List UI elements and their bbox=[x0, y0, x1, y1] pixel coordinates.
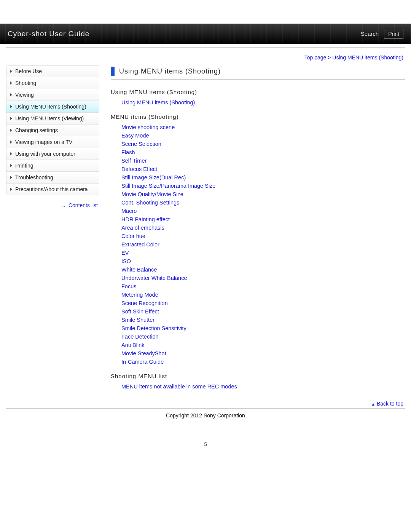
content-link[interactable]: Easy Mode bbox=[121, 133, 149, 139]
sidebar-item[interactable]: Before Use bbox=[6, 66, 99, 77]
section-heading: MENU items (Shooting) bbox=[111, 113, 405, 120]
list-item: Still Image Size(Dual Rec) bbox=[121, 173, 405, 182]
link-list: Movie shooting sceneEasy ModeScene Selec… bbox=[111, 123, 405, 366]
list-item: Smile Shutter bbox=[121, 316, 405, 324]
sidebar-item[interactable]: Viewing bbox=[6, 89, 99, 101]
sidebar-item-label: Precautions/About this camera bbox=[15, 186, 88, 192]
print-button[interactable]: Print bbox=[384, 29, 403, 39]
sidebar-item[interactable]: Precautions/About this camera bbox=[6, 184, 99, 195]
sidebar-item-label: Printing bbox=[15, 163, 33, 169]
list-item: Metering Mode bbox=[121, 291, 405, 299]
list-item: Focus bbox=[121, 282, 405, 291]
caret-right-icon bbox=[10, 164, 12, 167]
content-link[interactable]: Area of emphasis bbox=[121, 225, 164, 231]
list-item: Soft Skin Effect bbox=[121, 307, 405, 316]
search-link[interactable]: Search bbox=[361, 30, 379, 37]
sidebar-item-label: Using MENU items (Shooting) bbox=[15, 104, 86, 110]
caret-right-icon bbox=[10, 81, 12, 85]
list-item: HDR Painting effect bbox=[121, 215, 405, 224]
list-item: Color hue bbox=[121, 232, 405, 240]
copyright: Copyright 2012 Sony Corporation bbox=[0, 409, 411, 438]
content-link[interactable]: Underwater White Balance bbox=[121, 275, 187, 281]
content-link[interactable]: White Balance bbox=[121, 267, 157, 273]
content-link[interactable]: Focus bbox=[121, 283, 137, 289]
content-link[interactable]: HDR Painting effect bbox=[121, 216, 170, 222]
sidebar-item[interactable]: Viewing images on a TV bbox=[6, 136, 99, 148]
content-link[interactable]: MENU items not available in some REC mod… bbox=[121, 383, 237, 390]
list-item: Flash bbox=[121, 148, 405, 157]
sidebar-item[interactable]: Using MENU items (Viewing) bbox=[6, 113, 99, 125]
content-link[interactable]: Using MENU items (Shooting) bbox=[121, 99, 195, 105]
section-heading: Using MENU items (Shooting) bbox=[111, 89, 405, 95]
header-actions: Search Print bbox=[361, 29, 403, 39]
list-item: Scene Recognition bbox=[121, 299, 405, 307]
list-item: MENU items not available in some REC mod… bbox=[121, 382, 405, 391]
sidebar-nav: Before UseShootingViewingUsing MENU item… bbox=[6, 65, 99, 195]
caret-right-icon bbox=[10, 141, 12, 144]
content-link[interactable]: Extracted Color bbox=[121, 241, 159, 248]
caret-right-icon bbox=[10, 105, 12, 108]
content-link[interactable]: Metering Mode bbox=[121, 292, 158, 298]
list-item: Cont. Shooting Settings bbox=[121, 198, 405, 207]
sidebar-item[interactable]: Using with your computer bbox=[6, 148, 99, 160]
content-link[interactable]: ISO bbox=[121, 258, 131, 264]
page-number: 5 bbox=[0, 438, 411, 459]
content-link[interactable]: Still Image Size/Panorama Image Size bbox=[121, 183, 215, 189]
content-link[interactable]: Movie SteadyShot bbox=[121, 350, 166, 356]
list-item: In-Camera Guide bbox=[121, 358, 405, 366]
content-link[interactable]: Scene Recognition bbox=[121, 300, 168, 306]
content-link[interactable]: Smile Detection Sensitivity bbox=[121, 325, 186, 331]
content-link[interactable]: Movie shooting scene bbox=[121, 124, 175, 130]
caret-right-icon bbox=[10, 152, 12, 155]
content-link[interactable]: Scene Selection bbox=[121, 141, 161, 147]
breadcrumb: Top page > Using MENU items (Shooting) bbox=[0, 48, 411, 64]
sidebar-item[interactable]: Using MENU items (Shooting) bbox=[6, 101, 99, 113]
content-link[interactable]: In-Camera Guide bbox=[121, 359, 164, 365]
content-link[interactable]: EV bbox=[121, 250, 129, 256]
content-link[interactable]: Anti Blink bbox=[121, 342, 144, 348]
arrow-right-icon: → bbox=[61, 203, 66, 209]
list-item: White Balance bbox=[121, 265, 405, 274]
breadcrumb-top[interactable]: Top page bbox=[304, 54, 327, 61]
list-item: Macro bbox=[121, 207, 405, 215]
sidebar-item[interactable]: Printing bbox=[6, 160, 99, 172]
caret-right-icon bbox=[10, 70, 12, 73]
breadcrumb-current[interactable]: Using MENU items (Shooting) bbox=[332, 54, 403, 61]
main-content: Using MENU items (Shooting) Using MENU i… bbox=[111, 64, 405, 398]
sidebar-item-label: Viewing images on a TV bbox=[15, 139, 72, 145]
list-item: Using MENU items (Shooting) bbox=[121, 98, 405, 107]
breadcrumb-separator: > bbox=[328, 54, 332, 61]
list-item: Underwater White Balance bbox=[121, 274, 405, 282]
link-list: MENU items not available in some REC mod… bbox=[111, 382, 405, 391]
list-item: EV bbox=[121, 249, 405, 257]
content-link[interactable]: Color hue bbox=[121, 233, 145, 239]
list-item: ISO bbox=[121, 257, 405, 265]
list-item: Smile Detection Sensitivity bbox=[121, 324, 405, 332]
caret-right-icon bbox=[10, 93, 12, 96]
content-link[interactable]: Flash bbox=[121, 149, 135, 155]
content-link[interactable]: Smile Shutter bbox=[121, 317, 155, 323]
content-link[interactable]: Soft Skin Effect bbox=[121, 308, 159, 315]
content-link[interactable]: Defocus Effect bbox=[121, 166, 157, 172]
sidebar-item[interactable]: Troubleshooting bbox=[6, 172, 99, 184]
content-link[interactable]: Face Detection bbox=[121, 334, 159, 340]
caret-right-icon bbox=[10, 129, 12, 132]
sidebar-item[interactable]: Changing settings bbox=[6, 125, 99, 136]
content-link[interactable]: Cont. Shooting Settings bbox=[121, 200, 179, 206]
contents-list-link[interactable]: Contents list bbox=[68, 202, 98, 208]
content-link[interactable]: Macro bbox=[121, 208, 137, 214]
content-link[interactable]: Movie Quality/Movie Size bbox=[121, 191, 183, 197]
header-bar: Cyber-shot User Guide Search Print bbox=[0, 24, 411, 44]
sidebar-column: Before UseShootingViewingUsing MENU item… bbox=[6, 64, 99, 209]
caret-right-icon bbox=[10, 176, 12, 179]
sidebar-item[interactable]: Shooting bbox=[6, 77, 99, 89]
back-to-top-link[interactable]: Back to top bbox=[377, 401, 403, 407]
sidebar-item-label: Viewing bbox=[15, 92, 34, 98]
list-item: Face Detection bbox=[121, 332, 405, 341]
list-item: Still Image Size/Panorama Image Size bbox=[121, 182, 405, 190]
sidebar-item-label: Using with your computer bbox=[15, 151, 75, 157]
list-item: Scene Selection bbox=[121, 140, 405, 148]
content-link[interactable]: Self-Timer bbox=[121, 158, 147, 164]
content-link[interactable]: Still Image Size(Dual Rec) bbox=[121, 174, 186, 181]
back-to-top-row: ▲ Back to top bbox=[0, 398, 411, 408]
